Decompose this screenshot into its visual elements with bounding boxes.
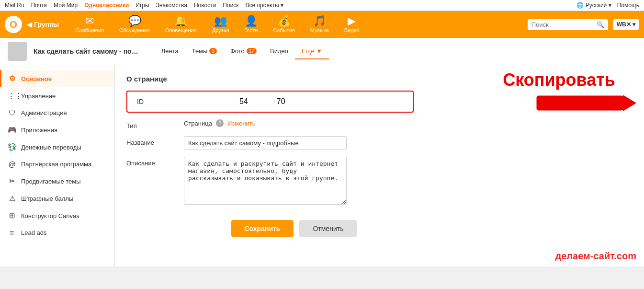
id-label: ID bbox=[137, 98, 144, 105]
svg-marker-2 bbox=[623, 95, 636, 111]
topnav-poisk[interactable]: Поиск bbox=[223, 2, 238, 9]
nav-messages[interactable]: ✉ Сообщения bbox=[68, 14, 111, 35]
sidebar-item-money[interactable]: 💱 Денежные переводы bbox=[0, 139, 114, 156]
sidebar-item-canvas[interactable]: ⊞ Конструктор Canvas bbox=[0, 207, 114, 224]
ok-logo[interactable]: О bbox=[5, 16, 22, 33]
tab-lenta[interactable]: Лента bbox=[155, 44, 185, 59]
desc-label: Описание bbox=[126, 157, 184, 167]
groups-button[interactable]: ◀ Группы bbox=[27, 21, 59, 28]
id-value1: 54 bbox=[239, 97, 248, 106]
nav-friends-label: Друзья bbox=[212, 27, 229, 33]
sidebar: ⚙ Основное ⋮⋮ Управление 🛡 Администрация… bbox=[0, 65, 115, 266]
money-icon: 💱 bbox=[8, 143, 16, 151]
tab-foto[interactable]: Фото 17 bbox=[224, 44, 263, 59]
topnav-igry[interactable]: Игры bbox=[136, 2, 149, 9]
sidebar-item-penalty[interactable]: ⚠ Штрафные баллы bbox=[0, 190, 114, 207]
type-row: Тип Страница ? Изменить bbox=[126, 119, 462, 129]
sidebar-item-upravlenie-label: Управление bbox=[21, 92, 56, 100]
nav-video-label: Видео bbox=[344, 27, 360, 33]
tab-temy-badge: 3 bbox=[209, 48, 217, 54]
nav-music[interactable]: 🎵 Музыка bbox=[304, 14, 336, 35]
main-nav: О ◀ Группы ✉ Сообщения 💬 Обсуждения 🔔 Оп… bbox=[0, 11, 644, 38]
arrow-annotation bbox=[536, 91, 636, 116]
name-value bbox=[184, 136, 462, 150]
content-area: ⚙ Основное ⋮⋮ Управление 🛡 Администрация… bbox=[0, 65, 644, 266]
nav-notifications-label: Оповещения bbox=[165, 27, 197, 33]
nav-friends[interactable]: 👥 Друзья bbox=[205, 14, 236, 35]
canvas-icon: ⊞ bbox=[8, 211, 16, 220]
events-icon: 💰 bbox=[278, 16, 291, 26]
nav-events[interactable]: 💰 События bbox=[266, 14, 301, 35]
cancel-button[interactable]: Отменить bbox=[299, 220, 357, 237]
nav-messages-label: Сообщения bbox=[75, 27, 104, 33]
language-selector[interactable]: 🌐 Русский ▾ bbox=[576, 2, 611, 9]
sidebar-item-promo-label: Продвигаемые темы bbox=[21, 178, 81, 185]
topnav-moimir[interactable]: Мой Мир bbox=[54, 2, 78, 9]
type-help-icon[interactable]: ? bbox=[216, 119, 224, 127]
nav-guests-label: Гости bbox=[244, 27, 258, 33]
tab-eshche[interactable]: Ещё ▼ bbox=[295, 44, 329, 59]
type-value: Страница ? Изменить bbox=[184, 119, 462, 127]
search-input[interactable] bbox=[531, 21, 594, 28]
wb-badge[interactable]: WB✕ ▾ bbox=[613, 19, 639, 30]
tab-temy[interactable]: Темы 3 bbox=[185, 44, 224, 59]
gamepad-icon: 🎮 bbox=[8, 126, 16, 134]
guests-icon: 👤 bbox=[245, 16, 258, 26]
sidebar-item-partner[interactable]: @ Партнёрская программа bbox=[0, 156, 114, 173]
name-input[interactable] bbox=[184, 136, 347, 150]
save-button[interactable]: Сохранить bbox=[231, 220, 294, 237]
sidebar-item-leadads-label: Lead ads bbox=[21, 229, 47, 236]
type-label: Тип bbox=[126, 119, 184, 129]
topnav-znakomstva[interactable]: Знакомства bbox=[156, 2, 187, 9]
svg-rect-1 bbox=[537, 96, 623, 110]
sidebar-item-osnovnoe-label: Основное bbox=[21, 75, 52, 82]
name-label: Название bbox=[126, 136, 184, 146]
sidebar-item-apps-label: Приложения bbox=[21, 127, 57, 134]
topnav-novosti[interactable]: Новости bbox=[194, 2, 216, 9]
section-title: О странице bbox=[126, 75, 633, 83]
tab-video[interactable]: Видео bbox=[263, 44, 295, 59]
search-icon: 🔍 bbox=[597, 21, 604, 28]
sidebar-item-admin-label: Администрация bbox=[21, 109, 67, 116]
desc-row: Описание Как сделать и раскрутить сайт и… bbox=[126, 157, 462, 206]
group-header: Как сделать сайт самому - по… Лента Темы… bbox=[0, 38, 644, 65]
sidebar-item-upravlenie[interactable]: ⋮⋮ Управление bbox=[0, 87, 114, 104]
sidebar-item-leadads[interactable]: ≡ Lead ads bbox=[0, 224, 114, 241]
sidebar-item-money-label: Денежные переводы bbox=[21, 144, 81, 151]
sidebar-item-admin[interactable]: 🛡 Администрация bbox=[0, 104, 114, 121]
id-box: ID 54 70 bbox=[126, 91, 414, 113]
change-link[interactable]: Изменить bbox=[227, 120, 256, 127]
nav-video[interactable]: ▶ Видео bbox=[338, 14, 366, 35]
music-icon: 🎵 bbox=[313, 16, 326, 26]
topnav-right: 🌐 Русский ▾ Помощь bbox=[576, 2, 639, 9]
topnav-allprojects[interactable]: Все проекты ▾ bbox=[246, 2, 283, 9]
type-text: Страница bbox=[184, 120, 212, 127]
topnav-help[interactable]: Помощь bbox=[617, 2, 639, 9]
group-thumbnail bbox=[8, 42, 27, 61]
sidebar-item-penalty-label: Штрафные баллы bbox=[21, 195, 73, 202]
desc-textarea[interactable]: Как сделать и раскрутить сайт и интернет… bbox=[184, 157, 347, 205]
group-tabs: Лента Темы 3 Фото 17 Видео Ещё ▼ bbox=[155, 44, 329, 59]
sidebar-item-canvas-label: Конструктор Canvas bbox=[21, 212, 79, 220]
sidebar-item-apps[interactable]: 🎮 Приложения bbox=[0, 121, 114, 139]
topnav-mailru[interactable]: Mail.Ru bbox=[5, 2, 24, 9]
video-icon: ▶ bbox=[348, 16, 356, 26]
discussions-icon: 💬 bbox=[128, 16, 141, 26]
nav-guests[interactable]: 👤 Гости bbox=[237, 14, 264, 35]
leadads-icon: ≡ bbox=[8, 229, 16, 237]
id-value2: 70 bbox=[277, 97, 285, 106]
nav-discussions[interactable]: 💬 Обсуждения bbox=[113, 14, 157, 35]
nav-discussions-label: Обсуждения bbox=[119, 27, 150, 33]
nav-notifications[interactable]: 🔔 Оповещения bbox=[158, 14, 203, 35]
manage-icon: ⋮⋮ bbox=[8, 92, 16, 100]
desc-value: Как сделать и раскрутить сайт и интернет… bbox=[184, 157, 462, 206]
nav-music-label: Музыка bbox=[310, 27, 329, 33]
sidebar-item-osnovnoe[interactable]: ⚙ Основное bbox=[0, 70, 114, 87]
nav-icons: ✉ Сообщения 💬 Обсуждения 🔔 Оповещения 👥 … bbox=[68, 14, 527, 35]
topnav-ok[interactable]: Одноклассники bbox=[84, 2, 129, 9]
nav-search-box: 🔍 bbox=[528, 19, 608, 30]
tab-foto-badge: 17 bbox=[247, 48, 257, 54]
group-title: Как сделать сайт самому - по… bbox=[34, 47, 138, 55]
topnav-pochta[interactable]: Почта bbox=[31, 2, 47, 9]
sidebar-item-promo[interactable]: ✂ Продвигаемые темы bbox=[0, 173, 114, 190]
